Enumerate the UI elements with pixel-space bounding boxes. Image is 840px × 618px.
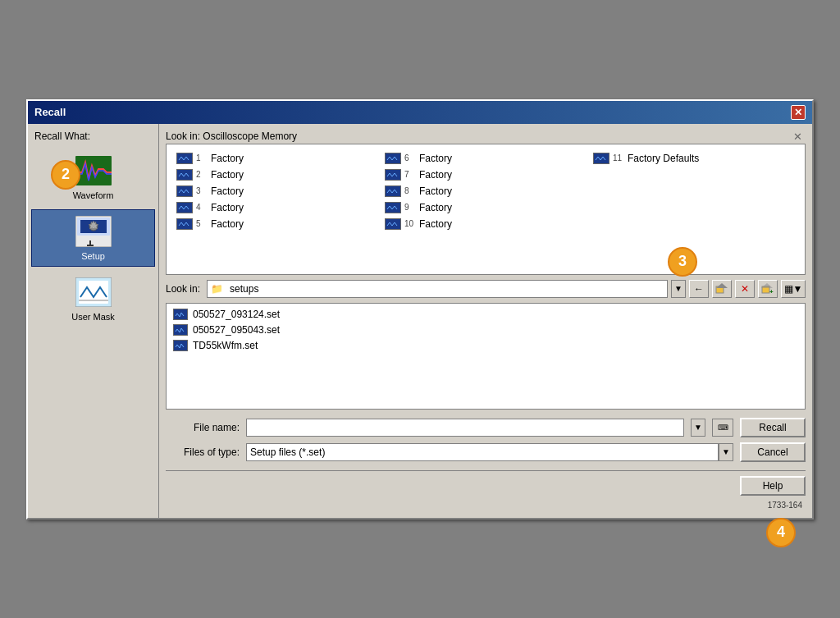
toolbar-view-button[interactable]: ▦▼ bbox=[781, 280, 806, 298]
file-item-2[interactable]: 050527_095043.set bbox=[170, 323, 801, 337]
callout-2: 2 bbox=[51, 160, 80, 190]
memory-item-5[interactable]: 5 Factory bbox=[173, 217, 381, 231]
memory-icon-9 bbox=[385, 202, 401, 213]
dialog-title: Recall bbox=[34, 106, 66, 118]
memory-icon-4 bbox=[176, 202, 193, 213]
memory-item-8[interactable]: 8 Factory bbox=[381, 184, 590, 199]
recall-dialog: Recall ✕ Recall What: 2 Waveform bbox=[26, 99, 814, 520]
memory-item-1[interactable]: 1 Factory bbox=[173, 151, 381, 166]
panel-close-icon[interactable]: ✕ bbox=[793, 130, 802, 143]
toolbar-row: Look in: 📁 setups ▼ ← ✕ + ▦▼ bbox=[166, 280, 806, 298]
file-item-3[interactable]: TD55kWfm.set bbox=[170, 338, 801, 353]
memory-icon-8 bbox=[385, 185, 401, 197]
memory-item-9[interactable]: 9 Factory bbox=[381, 200, 590, 215]
bottom-form: File name: ▼ ⌨ Recall Files of type: Set… bbox=[166, 418, 806, 462]
file-icon-1 bbox=[173, 309, 188, 320]
recall-what-panel: Recall What: 2 Waveform bbox=[28, 124, 159, 518]
memory-item-11[interactable]: 11 Factory Defaults bbox=[590, 151, 798, 166]
recall-button[interactable]: Recall bbox=[740, 418, 806, 437]
files-of-type-container: Setup files (*.set) ▼ bbox=[246, 443, 733, 461]
files-of-type-label: Files of type: bbox=[166, 446, 240, 458]
file-name-2: 050527_095043.set bbox=[193, 324, 280, 336]
toolbar-back-button[interactable]: ← bbox=[689, 280, 709, 298]
callout-4: 4 bbox=[766, 518, 796, 547]
file-list[interactable]: 050527_093124.set 050527_095043.set TD55… bbox=[166, 303, 806, 410]
files-of-type-dropdown[interactable]: ▼ bbox=[719, 443, 733, 461]
toolbar-up-button[interactable] bbox=[712, 280, 732, 298]
file-item-1[interactable]: 050527_093124.set bbox=[170, 307, 801, 322]
recall-what-label: Recall What: bbox=[31, 130, 155, 142]
close-button[interactable]: ✕ bbox=[791, 105, 806, 120]
memory-item-2[interactable]: 2 Factory bbox=[173, 167, 381, 182]
footer-row: Help bbox=[166, 470, 806, 496]
file-icon-2 bbox=[173, 324, 188, 336]
memory-icon-7 bbox=[385, 169, 401, 181]
right-content-panel: 3 4 Look in: Oscilloscope Memory ✕ bbox=[159, 124, 812, 518]
memory-item-10[interactable]: 10 Factory bbox=[381, 217, 590, 231]
memory-item-3[interactable]: 3 Factory bbox=[173, 184, 381, 199]
file-icon-3 bbox=[173, 340, 188, 351]
files-of-type-row: Files of type: Setup files (*.set) ▼ Can… bbox=[166, 442, 806, 462]
dialog-body: Recall What: 2 Waveform bbox=[28, 124, 812, 518]
lookin-label: Look in: bbox=[166, 283, 200, 295]
help-button[interactable]: Help bbox=[740, 476, 806, 496]
file-name-row: File name: ▼ ⌨ Recall bbox=[166, 418, 806, 437]
files-of-type-value: Setup files (*.set) bbox=[250, 446, 325, 458]
memory-column-3: 11 Factory Defaults bbox=[590, 151, 798, 268]
cancel-button[interactable]: Cancel bbox=[740, 442, 806, 462]
memory-icon-10 bbox=[385, 218, 401, 230]
svg-text:+: + bbox=[769, 288, 774, 295]
lookin-folder-name: setups bbox=[230, 283, 664, 295]
oscilloscope-memory-container: Look in: Oscilloscope Memory ✕ 1 Factory bbox=[166, 130, 806, 275]
file-name-3: TD55kWfm.set bbox=[193, 340, 258, 351]
title-bar: Recall ✕ bbox=[28, 101, 812, 124]
memory-icon-5 bbox=[176, 218, 193, 230]
setup-icon bbox=[74, 215, 113, 248]
toolbar-delete-button[interactable]: ✕ bbox=[735, 280, 755, 298]
memory-icon-6 bbox=[385, 153, 401, 164]
lookin-dropdown-arrow[interactable]: ▼ bbox=[671, 280, 686, 298]
callout-3: 3 bbox=[668, 247, 697, 277]
memory-icon-3 bbox=[176, 185, 193, 197]
look-in-oscilloscope-label: Look in: Oscilloscope Memory bbox=[166, 130, 806, 142]
file-name-input[interactable] bbox=[246, 419, 684, 437]
keyboard-button[interactable]: ⌨ bbox=[712, 419, 733, 437]
svg-marker-68 bbox=[716, 283, 728, 288]
sidebar-item-usermask[interactable]: User Mask bbox=[31, 270, 155, 327]
memory-column-1: 1 Factory 2 Factory bbox=[173, 151, 381, 268]
usermask-icon bbox=[74, 276, 113, 309]
memory-icon-1 bbox=[176, 153, 193, 164]
oscilloscope-memory-panel: 1 Factory 2 Factory bbox=[166, 144, 806, 275]
memory-icon-2 bbox=[176, 169, 193, 181]
files-of-type-display: Setup files (*.set) bbox=[246, 443, 719, 461]
toolbar-new-folder-button[interactable]: + bbox=[758, 280, 778, 298]
setup-label: Setup bbox=[81, 251, 105, 261]
sidebar-item-waveform[interactable]: Waveform bbox=[31, 149, 155, 206]
sidebar-item-setup[interactable]: Setup bbox=[31, 209, 155, 267]
file-name-dropdown[interactable]: ▼ bbox=[691, 419, 705, 437]
memory-item-4[interactable]: 4 Factory bbox=[173, 200, 381, 215]
folder-icon: 📁 bbox=[211, 283, 223, 295]
waveform-label: Waveform bbox=[73, 190, 114, 200]
memory-icon-11 bbox=[593, 153, 609, 164]
image-reference: 1733-164 bbox=[166, 501, 806, 511]
file-name-label: File name: bbox=[166, 422, 240, 433]
memory-column-2: 6 Factory 7 Factory bbox=[381, 151, 590, 268]
memory-item-6[interactable]: 6 Factory bbox=[381, 151, 590, 166]
usermask-label: User Mask bbox=[71, 312, 115, 322]
lookin-select-display[interactable]: 📁 setups bbox=[207, 280, 668, 298]
file-name-1: 050527_093124.set bbox=[193, 309, 280, 320]
memory-item-7[interactable]: 7 Factory bbox=[381, 167, 590, 182]
